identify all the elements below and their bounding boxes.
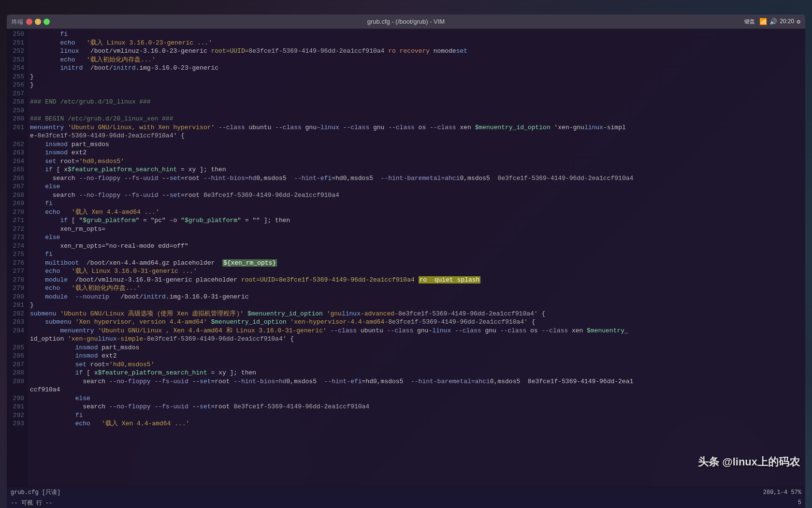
line-number: 274 bbox=[9, 242, 24, 251]
code-line: echo '载入 Linux 3.16.0-23-generic ...' bbox=[30, 39, 805, 47]
visual-mode-label: -- 可视 行 -- bbox=[11, 499, 798, 507]
line-number: 252 bbox=[9, 47, 24, 56]
line-number bbox=[9, 335, 24, 344]
line-number bbox=[9, 132, 24, 140]
minimize-button[interactable] bbox=[35, 18, 41, 25]
maximize-button[interactable] bbox=[44, 18, 50, 25]
line-number: 255 bbox=[9, 73, 24, 81]
code-lines[interactable]: fi echo '载入 Linux 3.16.0-23-generic ...'… bbox=[28, 29, 805, 487]
code-line: insmod part_msdos bbox=[30, 344, 805, 352]
editor-area[interactable]: 2502512522532542552562572582592602612622… bbox=[7, 29, 805, 508]
line-number: 291 bbox=[9, 403, 24, 411]
code-line: e-8e3fce1f-5369-4149-96dd-2ea1ccf910a4' … bbox=[30, 132, 805, 140]
code-line: insmod part_msdos bbox=[30, 140, 805, 149]
code-line: insmod ext2 bbox=[30, 149, 805, 157]
settings-icon: ⚙ bbox=[797, 18, 800, 26]
visualbar: -- 可视 行 -- 5 bbox=[7, 497, 805, 508]
code-line: if [ x$feature_platform_search_hint = xy… bbox=[30, 369, 805, 377]
keyboard-indicator: 键盘 bbox=[744, 18, 755, 26]
code-line: search --no-floppy --fs-uuid --set=root … bbox=[30, 377, 805, 386]
code-line: fi bbox=[30, 30, 805, 39]
code-line: } bbox=[30, 81, 805, 90]
line-number: 259 bbox=[9, 106, 24, 115]
code-line: xen_rm_opts="no-real-mode edd=off" bbox=[30, 242, 805, 251]
line-number: 284 bbox=[9, 327, 24, 335]
line-number: 256 bbox=[9, 81, 24, 90]
titlebar-buttons: 键盘 📶 🔊 20:20 ⚙ bbox=[744, 18, 800, 26]
line-number: 267 bbox=[9, 182, 24, 191]
line-number: 251 bbox=[9, 39, 24, 47]
volume-icon: 🔊 bbox=[769, 18, 777, 26]
code-line: if [ x$feature_platform_search_hint = xy… bbox=[30, 165, 805, 174]
line-number: 262 bbox=[9, 140, 24, 149]
line-number: 272 bbox=[9, 225, 24, 234]
line-number: 289 bbox=[9, 377, 24, 386]
code-line: echo '载入 Xen 4.4-amd64 ...' bbox=[30, 208, 805, 217]
code-line: initrd /boot/initrd.img-3.16.0-23-generi… bbox=[30, 64, 805, 73]
code-content: 2502512522532542552562572582592602612622… bbox=[7, 29, 805, 487]
line-number: 264 bbox=[9, 157, 24, 166]
code-line: insmod ext2 bbox=[30, 352, 805, 360]
line-number: 258 bbox=[9, 98, 24, 106]
close-button[interactable] bbox=[26, 18, 32, 25]
line-number: 281 bbox=[9, 301, 24, 310]
line-number: 257 bbox=[9, 90, 24, 98]
line-number: 279 bbox=[9, 284, 24, 293]
code-line: fi bbox=[30, 250, 805, 259]
line-number: 277 bbox=[9, 267, 24, 276]
statusbar-filename: grub.cfg [只读] bbox=[11, 488, 763, 496]
code-line: echo '载入初始化内存盘...' bbox=[30, 284, 805, 293]
line-number: 292 bbox=[9, 411, 24, 420]
line-number: 282 bbox=[9, 310, 24, 318]
visual-mode-count: 5 bbox=[798, 499, 801, 506]
line-numbers-gutter: 2502512522532542552562572582592602612622… bbox=[7, 29, 28, 487]
line-number: 278 bbox=[9, 276, 24, 284]
line-number: 287 bbox=[9, 360, 24, 369]
line-number: 253 bbox=[9, 56, 24, 64]
code-line: else bbox=[30, 233, 805, 242]
code-line: multiboot /boot/xen-4.4-amd64.gz placeho… bbox=[30, 259, 805, 268]
code-line: } bbox=[30, 73, 805, 81]
statusbar-position: 280,1-4 57% bbox=[763, 489, 801, 496]
line-number bbox=[9, 386, 24, 394]
clock: 20:20 bbox=[780, 18, 794, 26]
line-number: 271 bbox=[9, 216, 24, 225]
code-line: echo '载入初始化内存盘...' bbox=[30, 56, 805, 64]
line-number: 263 bbox=[9, 149, 24, 157]
code-line: menuentry 'Ubuntu GNU/Linux, with Xen hy… bbox=[30, 123, 805, 132]
code-line: id_option 'xen-gnulinux-simple-8e3fce1f-… bbox=[30, 335, 805, 344]
code-line bbox=[30, 106, 805, 115]
line-number: 273 bbox=[9, 233, 24, 242]
line-number: 288 bbox=[9, 369, 24, 377]
code-line: module --nounzip /boot/initrd.img-3.16.0… bbox=[30, 293, 805, 301]
line-number: 269 bbox=[9, 199, 24, 208]
code-line: if [ "$grub_platform" = "pc" -o "$grub_p… bbox=[30, 216, 805, 225]
line-number: 293 bbox=[9, 419, 24, 428]
code-line: linux /boot/vmlinuz-3.16.0-23-generic ro… bbox=[30, 47, 805, 56]
code-line: search --no-floppy --fs-uuid --set=root … bbox=[30, 174, 805, 183]
line-number: 280 bbox=[9, 293, 24, 301]
line-number: 275 bbox=[9, 250, 24, 259]
code-line: echo '载入 Xen 4.4-amd64 ...' bbox=[30, 419, 805, 428]
code-line: xen_rm_opts= bbox=[30, 225, 805, 234]
code-line: menuentry 'Ubuntu GNU/Linux , Xen 4.4-am… bbox=[30, 327, 805, 335]
line-number: 260 bbox=[9, 115, 24, 123]
line-number: 265 bbox=[9, 165, 24, 174]
code-line: search --no-floppy --fs-uuid --set=root … bbox=[30, 403, 805, 411]
statusbar: grub.cfg [只读] 280,1-4 57% bbox=[7, 487, 805, 497]
line-number: 254 bbox=[9, 64, 24, 73]
code-line: ### END /etc/grub.d/10_linux ### bbox=[30, 98, 805, 106]
code-line: else bbox=[30, 394, 805, 403]
code-line: module /boot/vmlinuz-3.16.0-31-generic p… bbox=[30, 276, 805, 284]
line-number: 250 bbox=[9, 30, 24, 39]
titlebar: 终端 键盘 📶 🔊 20:20 ⚙ grub.cfg - (/boot/grub… bbox=[7, 15, 805, 29]
line-number: 285 bbox=[9, 344, 24, 352]
line-number: 261 bbox=[9, 123, 24, 132]
code-line: echo '载入 Linux 3.16.0-31-generic ...' bbox=[30, 267, 805, 276]
code-line: fi bbox=[30, 411, 805, 420]
code-line bbox=[30, 90, 805, 98]
line-number: 286 bbox=[9, 352, 24, 360]
code-line: } bbox=[30, 301, 805, 310]
line-number: 283 bbox=[9, 318, 24, 327]
wifi-icon: 📶 bbox=[759, 18, 767, 26]
